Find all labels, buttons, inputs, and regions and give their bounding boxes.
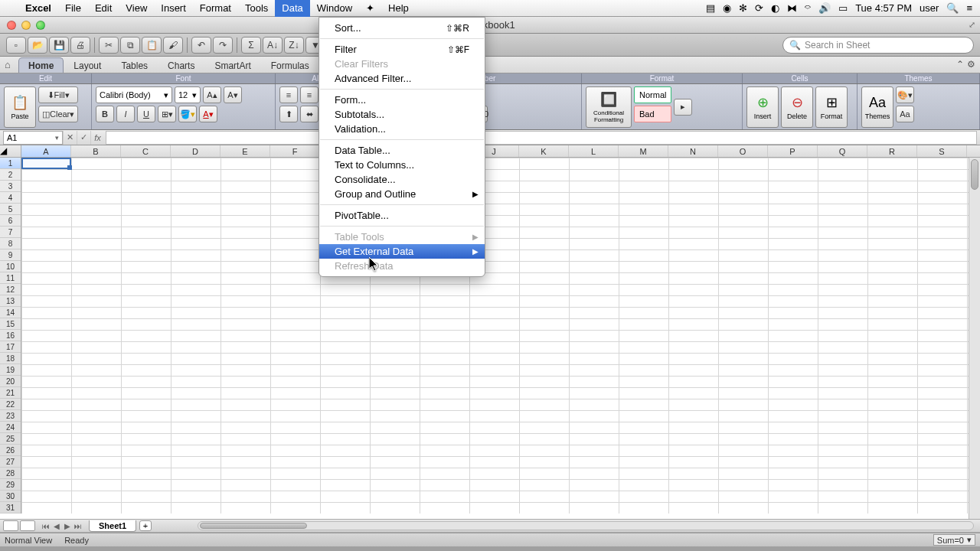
open-button[interactable]: 📂 xyxy=(28,37,47,54)
align-center-button[interactable]: ≡ xyxy=(300,86,318,103)
tab-layout[interactable]: Layout xyxy=(64,57,111,73)
save-button[interactable]: 💾 xyxy=(49,37,69,54)
fill-handle[interactable] xyxy=(67,165,72,170)
column-header[interactable]: B xyxy=(71,145,121,157)
status-icon[interactable]: ◉ xyxy=(723,2,731,14)
row-header[interactable]: 8 xyxy=(0,238,21,249)
row-header[interactable]: 28 xyxy=(0,468,21,479)
column-header[interactable]: D xyxy=(171,145,220,157)
row-header[interactable]: 4 xyxy=(0,192,21,204)
sheet-nav-buttons[interactable]: ⏮◀▶⏭ xyxy=(38,522,86,530)
volume-icon[interactable]: 🔊 xyxy=(818,2,831,14)
style-normal[interactable]: Normal xyxy=(634,86,671,103)
format-cells-button[interactable]: ⊞Format xyxy=(815,86,848,128)
status-icon[interactable]: ✻ xyxy=(739,2,747,14)
row-header[interactable]: 2 xyxy=(0,169,21,181)
enter-formula-icon[interactable]: ✓ xyxy=(77,131,90,145)
name-box[interactable]: A1▾ xyxy=(3,131,63,145)
row-header[interactable]: 22 xyxy=(0,399,21,410)
row-header[interactable]: 9 xyxy=(0,249,21,261)
row-header[interactable]: 16 xyxy=(0,330,21,341)
menu-item-text-to-columns[interactable]: Text to Columns... xyxy=(319,158,485,172)
menu-item-form[interactable]: Form... xyxy=(319,93,485,107)
ribbon-settings-icon[interactable]: ⚙ xyxy=(967,59,975,70)
row-header[interactable]: 23 xyxy=(0,410,21,422)
column-header[interactable]: S xyxy=(917,145,967,157)
sum-indicator[interactable]: Sum=0▾ xyxy=(933,534,975,546)
tab-charts[interactable]: Charts xyxy=(158,57,204,73)
fill-button[interactable]: ⬇ Fill ▾ xyxy=(38,86,78,103)
row-header[interactable]: 14 xyxy=(0,307,21,318)
column-header[interactable]: M xyxy=(619,145,668,157)
column-header[interactable]: R xyxy=(867,145,917,157)
menu-script-icon[interactable]: ✦ xyxy=(359,0,381,17)
paste-big-button[interactable]: 📋Paste xyxy=(4,86,36,128)
column-header[interactable]: E xyxy=(220,145,270,157)
column-header[interactable]: O xyxy=(718,145,768,157)
row-header[interactable]: 6 xyxy=(0,215,21,227)
sheet-tab-1[interactable]: Sheet1 xyxy=(89,520,136,532)
horizontal-scrollbar[interactable] xyxy=(198,521,974,530)
search-in-sheet[interactable]: 🔍 Search in Sheet xyxy=(782,37,974,54)
font-color-button[interactable]: A▾ xyxy=(199,106,217,122)
row-header[interactable]: 30 xyxy=(0,491,21,502)
row-header[interactable]: 5 xyxy=(0,204,21,215)
menu-window[interactable]: Window xyxy=(310,0,359,17)
shrink-font-button[interactable]: A▾ xyxy=(224,86,242,103)
row-header[interactable]: 25 xyxy=(0,433,21,445)
underline-button[interactable]: U xyxy=(137,106,155,122)
spotlight-icon[interactable]: 🔍 xyxy=(946,2,959,14)
page-layout-view-button[interactable] xyxy=(20,520,35,531)
normal-view-button[interactable] xyxy=(3,520,18,531)
column-header[interactable]: K xyxy=(519,145,569,157)
menu-file[interactable]: File xyxy=(58,0,88,17)
fullscreen-icon[interactable]: ⤢ xyxy=(969,20,980,30)
undo-button[interactable]: ↶ xyxy=(191,37,211,54)
menu-item-subtotals[interactable]: Subtotals... xyxy=(319,107,485,122)
clock[interactable]: Tue 4:57 PM xyxy=(855,2,912,14)
new-button[interactable]: ▫ xyxy=(6,37,26,54)
row-header[interactable]: 27 xyxy=(0,456,21,468)
font-size-select[interactable]: 12▾ xyxy=(175,86,201,103)
row-header[interactable]: 12 xyxy=(0,284,21,295)
row-header[interactable]: 10 xyxy=(0,261,21,272)
column-header[interactable]: L xyxy=(569,145,619,157)
menu-help[interactable]: Help xyxy=(381,0,416,17)
format-painter-button[interactable]: 🖌 xyxy=(163,37,183,54)
sort-desc-button[interactable]: Z↓ xyxy=(284,37,304,54)
autosum-button[interactable]: Σ xyxy=(241,37,261,54)
style-bad[interactable]: Bad xyxy=(634,106,671,122)
minimize-button[interactable] xyxy=(21,21,31,30)
column-header[interactable]: Q xyxy=(818,145,867,157)
menu-item-pivottable[interactable]: PivotTable... xyxy=(319,208,485,223)
app-name[interactable]: Excel xyxy=(18,2,58,14)
row-header[interactable]: 19 xyxy=(0,364,21,376)
column-header[interactable]: F xyxy=(270,145,320,157)
fx-icon[interactable]: fx xyxy=(90,131,104,145)
bold-button[interactable]: B xyxy=(96,106,114,122)
menu-item-group-and-outline[interactable]: Group and Outline▶ xyxy=(319,187,485,201)
grow-font-button[interactable]: A▴ xyxy=(203,86,221,103)
home-icon[interactable]: ⌂ xyxy=(5,59,11,70)
menu-tools[interactable]: Tools xyxy=(238,0,275,17)
row-header[interactable]: 15 xyxy=(0,318,21,330)
row-header[interactable]: 11 xyxy=(0,272,21,284)
theme-colors-button[interactable]: 🎨▾ xyxy=(896,86,914,103)
row-header[interactable]: 3 xyxy=(0,181,21,192)
add-sheet-button[interactable]: + xyxy=(139,520,152,531)
menu-item-get-external-data[interactable]: Get External Data▶ xyxy=(319,244,485,259)
menu-item-data-table[interactable]: Data Table... xyxy=(319,143,485,158)
row-header[interactable]: 31 xyxy=(0,502,21,514)
formula-input[interactable] xyxy=(106,131,977,145)
tab-home[interactable]: Home xyxy=(18,57,64,73)
valign-top-button[interactable]: ⬆ xyxy=(279,106,298,122)
tab-tables[interactable]: Tables xyxy=(111,57,158,73)
menu-data[interactable]: Data xyxy=(275,0,309,17)
worksheet-grid[interactable]: 1234567891011121314151617181920212223242… xyxy=(0,158,980,519)
row-header[interactable]: 29 xyxy=(0,479,21,491)
column-header[interactable]: P xyxy=(768,145,818,157)
row-header[interactable]: 18 xyxy=(0,353,21,364)
menu-view[interactable]: View xyxy=(119,0,154,17)
fill-color-button[interactable]: 🪣▾ xyxy=(178,106,197,122)
row-header[interactable]: 13 xyxy=(0,295,21,307)
